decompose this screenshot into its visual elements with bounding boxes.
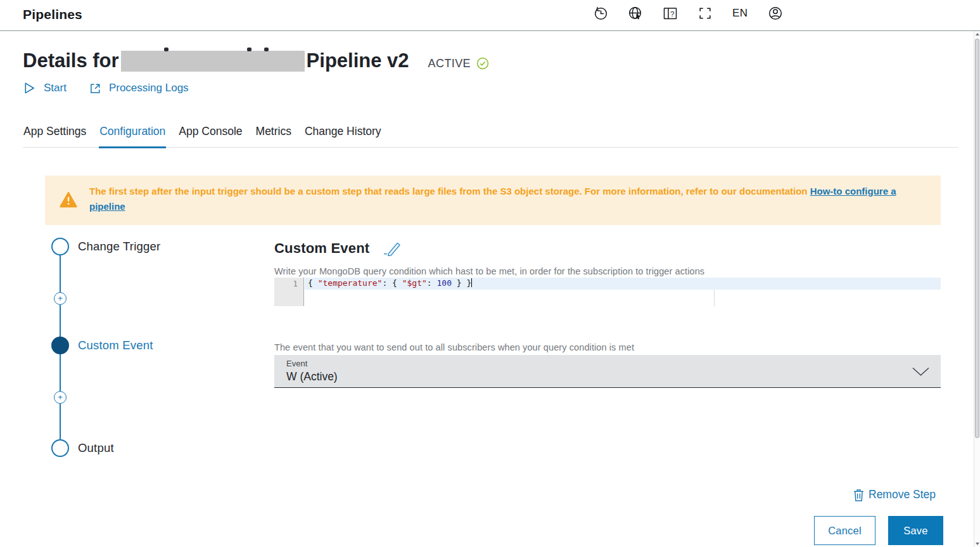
- globe-icon[interactable]: [628, 6, 643, 21]
- chevron-down-icon: [912, 367, 929, 376]
- code-token: {: [308, 278, 318, 288]
- page-title-prefix: Details for: [23, 49, 119, 72]
- code-token: } }: [452, 278, 471, 288]
- add-step-button-1[interactable]: +: [54, 292, 67, 305]
- page-title-suffix: Pipeline v2: [307, 49, 409, 72]
- user-icon[interactable]: [768, 6, 783, 21]
- save-button[interactable]: Save: [888, 516, 943, 545]
- processing-logs-label: Processing Logs: [109, 82, 189, 94]
- tab-change-history[interactable]: Change History: [304, 125, 382, 148]
- event-select-label: Event: [286, 359, 307, 368]
- redaction-letter-tip: [164, 48, 169, 51]
- editor-gutter: 1: [274, 278, 304, 306]
- tab-app-console[interactable]: App Console: [178, 125, 243, 148]
- top-bar: Pipelines: [0, 0, 980, 31]
- remove-step-button[interactable]: Remove Step: [853, 488, 936, 501]
- redacted-pipeline-name: [121, 51, 305, 72]
- remove-step-label: Remove Step: [869, 488, 936, 501]
- tab-bar: App Settings Configuration App Console M…: [23, 125, 958, 148]
- step-label-custom-event[interactable]: Custom Event: [78, 338, 153, 352]
- app-title: Pipelines: [23, 7, 82, 22]
- tab-metrics[interactable]: Metrics: [255, 125, 292, 148]
- code-token: 100: [437, 278, 452, 288]
- warning-message: The first step after the input trigger s…: [89, 184, 929, 214]
- start-label: Start: [44, 82, 67, 94]
- warning-icon: [60, 191, 77, 208]
- add-step-button-2[interactable]: +: [54, 391, 67, 404]
- svg-text:?: ?: [670, 10, 674, 17]
- status-badge: ACTIVE: [428, 57, 489, 70]
- play-icon: [23, 81, 36, 95]
- processing-logs-link[interactable]: Processing Logs: [89, 82, 189, 94]
- vertical-scrollbar[interactable]: [974, 31, 980, 547]
- fullscreen-icon[interactable]: [697, 6, 713, 21]
- event-hint: The event that you want to send out to a…: [274, 342, 634, 352]
- edit-step-name-button[interactable]: [383, 241, 400, 256]
- event-select[interactable]: Event W (Active): [274, 355, 941, 388]
- code-token: "$gt": [402, 278, 427, 288]
- tab-configuration[interactable]: Configuration: [99, 125, 166, 148]
- trash-icon: [853, 489, 864, 501]
- line-number: 1: [293, 279, 298, 288]
- query-hint: Write your MongoDB query condition which…: [274, 266, 704, 276]
- status-label: ACTIVE: [428, 57, 471, 70]
- pipelines-page: Pipelines: [0, 0, 980, 547]
- pencil-icon: [383, 241, 400, 256]
- step-circle-output[interactable]: [51, 439, 69, 457]
- step-label-change-trigger[interactable]: Change Trigger: [78, 240, 160, 254]
- step-circle-change-trigger[interactable]: [51, 238, 69, 255]
- language-selector[interactable]: EN: [732, 7, 748, 20]
- scrollbar-down-arrow[interactable]: [976, 543, 979, 545]
- code-line-content: { "temperature": { "$gt": 100 } }: [308, 278, 472, 288]
- code-token: {: [392, 278, 402, 288]
- code-token: :: [382, 278, 392, 288]
- code-token: "temperature": [318, 278, 383, 288]
- editor-ruler: [714, 290, 715, 306]
- code-token: :: [427, 278, 437, 288]
- tab-app-settings[interactable]: App Settings: [23, 125, 87, 148]
- action-links: Start Processing Logs: [23, 81, 189, 95]
- check-circle-icon: [476, 57, 489, 70]
- pipeline-stepper: Change Trigger + Custom Event + Output: [51, 231, 272, 472]
- panel-title-row: Custom Event: [274, 240, 400, 257]
- start-button[interactable]: Start: [23, 81, 67, 95]
- redaction-letter-tip: [264, 48, 269, 51]
- cancel-button[interactable]: Cancel: [814, 516, 875, 545]
- redaction-letter-tip: [247, 48, 251, 51]
- panel-title: Custom Event: [274, 240, 369, 257]
- scrollbar-up-arrow[interactable]: [976, 33, 979, 35]
- external-link-icon: [89, 82, 101, 94]
- scrollbar-thumb[interactable]: [975, 39, 979, 438]
- warning-banner: The first step after the input trigger s…: [45, 176, 941, 225]
- step-label-output[interactable]: Output: [78, 441, 114, 455]
- history-icon[interactable]: [593, 6, 608, 21]
- event-select-value: W (Active): [286, 370, 338, 383]
- step-circle-custom-event[interactable]: [51, 337, 69, 354]
- mongodb-query-editor[interactable]: 1 { "temperature": { "$gt": 100 } }: [274, 278, 941, 306]
- page-title: Details for Pipeline v2 ACTIVE: [23, 47, 489, 75]
- warning-text: The first step after the input trigger s…: [89, 186, 808, 196]
- top-bar-icons: ? EN: [593, 6, 783, 21]
- help-icon[interactable]: ?: [663, 6, 678, 21]
